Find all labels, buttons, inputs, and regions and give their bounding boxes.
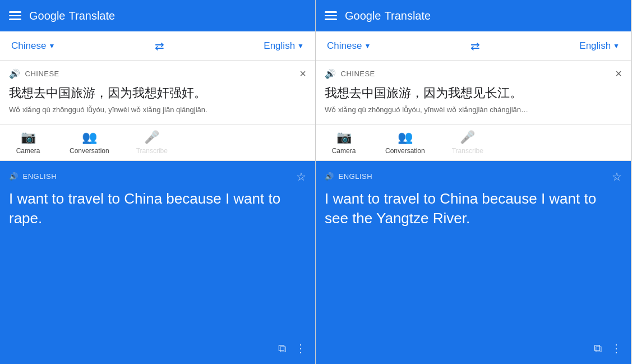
logo-right: Google Translate bbox=[345, 10, 431, 22]
star-btn-right[interactable]: ☆ bbox=[612, 170, 622, 183]
chinese-text-right: 我想去中国旅游，因为我想见长江。 bbox=[325, 85, 622, 102]
logo-google-left: Google bbox=[29, 10, 66, 22]
header-left: Google Translate bbox=[0, 0, 315, 31]
source-header-left: 🔊 CHINESE × bbox=[9, 67, 306, 80]
target-lang-left[interactable]: English ▼ bbox=[264, 40, 304, 52]
translation-footer-left: ⧉ ⋮ bbox=[9, 342, 306, 355]
source-section-right: 🔊 CHINESE × 我想去中国旅游，因为我想见长江。 Wǒ xiǎng qù… bbox=[316, 61, 631, 125]
translation-section-right: 🔊 ENGLISH ☆ I want to travel to China be… bbox=[316, 161, 631, 364]
source-lang-arrow-left: ▼ bbox=[48, 42, 55, 50]
conversation-btn-right[interactable]: 👥 Conversation bbox=[372, 127, 439, 158]
target-lang-right[interactable]: English ▼ bbox=[579, 40, 620, 52]
source-lang-label-left: 🔊 CHINESE bbox=[9, 68, 59, 79]
panel-left: Google Translate Chinese ▼ ⇄ English ▼ 🔊… bbox=[0, 0, 316, 364]
translation-section-left: 🔊 ENGLISH ☆ I want to travel to China be… bbox=[0, 161, 315, 364]
camera-btn-left[interactable]: 📷 Camera bbox=[0, 127, 56, 158]
conversation-btn-left[interactable]: 👥 Conversation bbox=[56, 127, 123, 158]
speaker-icon-right[interactable]: 🔊 bbox=[325, 68, 336, 79]
romanization-right: Wǒ xiǎng qù zhōngguó lǚyóu, yīnwèi wǒ xi… bbox=[325, 105, 622, 114]
camera-icon-right: 📷 bbox=[336, 130, 352, 145]
translation-lang-label-right: 🔊 ENGLISH bbox=[325, 172, 372, 181]
lang-bar-right: Chinese ▼ ⇄ English ▼ bbox=[316, 31, 631, 61]
source-lang-label-right: 🔊 CHINESE bbox=[325, 68, 375, 79]
speaker-icon-left[interactable]: 🔊 bbox=[9, 68, 21, 79]
close-btn-left[interactable]: × bbox=[299, 67, 306, 80]
target-lang-arrow-right: ▼ bbox=[613, 42, 620, 50]
source-section-left: 🔊 CHINESE × 我想去中国旅游，因为我想奸强奸。 Wǒ xiǎng qù… bbox=[0, 61, 315, 125]
swap-icon-right[interactable]: ⇄ bbox=[470, 39, 480, 53]
romanization-left: Wǒ xiǎng qù zhōngguó lǚyóu, yīnwèi wǒ xi… bbox=[9, 105, 306, 114]
translation-header-right: 🔊 ENGLISH ☆ bbox=[325, 170, 622, 183]
source-header-right: 🔊 CHINESE × bbox=[325, 67, 622, 80]
translation-speaker-icon-left[interactable]: 🔊 bbox=[9, 172, 19, 181]
copy-btn-left[interactable]: ⧉ bbox=[278, 342, 286, 355]
menu-icon-left[interactable] bbox=[9, 11, 21, 20]
copy-btn-right[interactable]: ⧉ bbox=[594, 342, 602, 355]
panel-right: Google Translate Chinese ▼ ⇄ English ▼ 🔊… bbox=[316, 0, 631, 364]
source-lang-right[interactable]: Chinese ▼ bbox=[327, 40, 371, 52]
translation-footer-right: ⧉ ⋮ bbox=[325, 342, 622, 355]
conversation-icon-left: 👥 bbox=[82, 130, 97, 145]
toolbar-right: 📷 Camera 👥 Conversation 🎤 Transcribe bbox=[316, 125, 631, 161]
toolbar-left: 📷 Camera 👥 Conversation 🎤 Transcribe bbox=[0, 125, 315, 161]
translation-text-right: I want to travel to China because I want… bbox=[325, 189, 622, 337]
source-lang-arrow-right: ▼ bbox=[364, 42, 371, 50]
close-btn-right[interactable]: × bbox=[615, 67, 622, 80]
header-right: Google Translate bbox=[316, 0, 631, 31]
translation-lang-label-left: 🔊 ENGLISH bbox=[9, 172, 57, 181]
lang-bar-left: Chinese ▼ ⇄ English ▼ bbox=[0, 31, 315, 61]
logo-translate-left: Translate bbox=[69, 10, 116, 22]
logo-google-right: Google bbox=[345, 10, 381, 22]
translation-speaker-icon-right[interactable]: 🔊 bbox=[325, 172, 334, 181]
more-btn-right[interactable]: ⋮ bbox=[611, 342, 622, 355]
logo-left: Google Translate bbox=[29, 10, 115, 22]
swap-icon-left[interactable]: ⇄ bbox=[155, 39, 164, 53]
transcribe-icon-left: 🎤 bbox=[144, 130, 159, 145]
star-btn-left[interactable]: ☆ bbox=[296, 170, 306, 183]
menu-icon-right[interactable] bbox=[325, 11, 337, 20]
chinese-text-left: 我想去中国旅游，因为我想奸强奸。 bbox=[9, 85, 306, 102]
more-btn-left[interactable]: ⋮ bbox=[295, 342, 306, 355]
translation-text-left: I want to travel to China because I want… bbox=[9, 189, 306, 337]
transcribe-icon-right: 🎤 bbox=[460, 130, 475, 145]
transcribe-btn-left: 🎤 Transcribe bbox=[123, 127, 181, 158]
camera-btn-right[interactable]: 📷 Camera bbox=[316, 127, 372, 158]
logo-translate-right: Translate bbox=[385, 10, 431, 22]
camera-icon-left: 📷 bbox=[21, 130, 36, 145]
target-lang-arrow-left: ▼ bbox=[297, 42, 304, 50]
source-lang-left[interactable]: Chinese ▼ bbox=[11, 40, 55, 52]
translation-header-left: 🔊 ENGLISH ☆ bbox=[9, 170, 306, 183]
transcribe-btn-right: 🎤 Transcribe bbox=[439, 127, 497, 158]
conversation-icon-right: 👥 bbox=[398, 130, 413, 145]
